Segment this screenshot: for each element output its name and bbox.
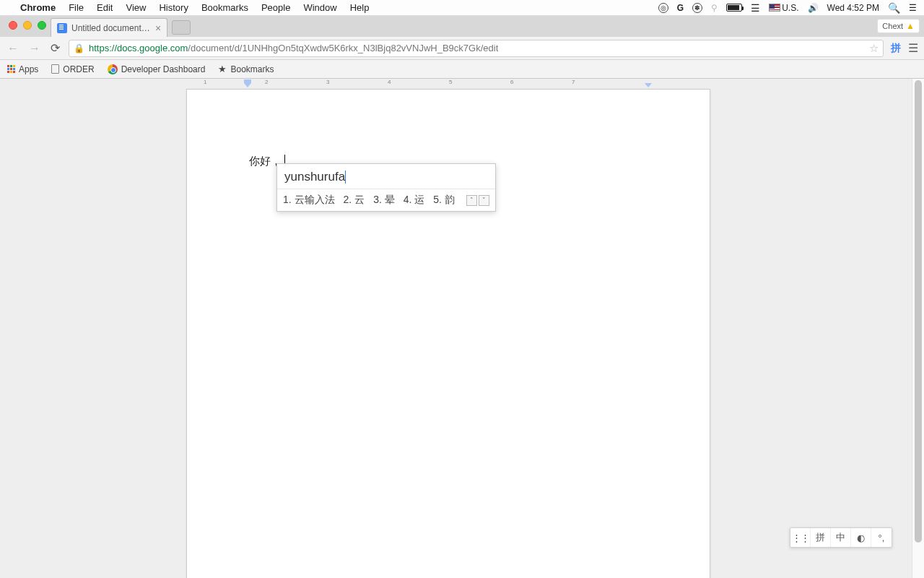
menu-bookmarks[interactable]: Bookmarks [201,2,248,13]
reload-button[interactable]: ⟳ [49,41,61,55]
menu-file[interactable]: File [69,2,84,13]
lock-icon: 🔒 [74,43,84,53]
tab-title: Untitled document - Googl [71,23,151,33]
bookmark-label: Developer Dashboard [121,64,206,74]
back-button[interactable]: ← [6,42,20,55]
ime-punct-icon[interactable]: °, [871,528,892,547]
ime-page-nav: ˄ ˅ [466,195,489,206]
extension-badge[interactable]: Chext ▲ [877,19,920,33]
bluetooth-icon[interactable]: ⚲ [711,3,718,13]
warning-icon: ▲ [906,21,915,31]
close-tab-button[interactable]: × [155,22,161,34]
wifi-icon[interactable]: ☰ [751,2,760,14]
address-bar[interactable]: 🔒 https://docs.google.com/document/d/1UN… [69,40,884,57]
mac-menubar: Chrome File Edit View History Bookmarks … [0,0,924,16]
ime-candidate-2[interactable]: 2. 云 [344,194,365,207]
horizontal-ruler[interactable]: 1 2 3 4 5 6 7 [0,79,912,89]
volume-icon[interactable]: 🔊 [808,3,819,13]
app-name[interactable]: Chrome [20,2,56,13]
input-source-label: U.S. [782,3,798,13]
ime-page-down-button[interactable]: ˅ [479,195,489,206]
docs-favicon-icon [57,23,67,33]
apps-shortcut[interactable]: Apps [7,64,38,74]
menu-view[interactable]: View [126,2,146,13]
bookmark-bookmarks[interactable]: ★ Bookmarks [218,64,274,74]
ruler-num: 5 [449,79,452,85]
bookmark-label: ORDER [63,64,94,74]
close-window-button[interactable] [9,21,17,30]
chrome-menu-button[interactable]: ☰ [908,41,918,55]
indent-marker-right[interactable] [645,83,652,87]
apps-label: Apps [19,64,38,74]
zoom-window-button[interactable] [38,21,46,30]
notifications-icon[interactable]: ☰ [909,3,917,13]
bookmark-star-icon[interactable]: ☆ [869,42,879,55]
status-circle-icon[interactable]: ◎ [658,3,668,13]
flag-icon [769,4,780,12]
bookmark-dev-dashboard[interactable]: Developer Dashboard [108,64,206,74]
bookmarks-bar: Apps ORDER Developer Dashboard ★ Bookmar… [0,60,924,79]
browser-tab[interactable]: Untitled document - Googl × [51,18,167,37]
ruler-num: 4 [388,79,391,85]
minimize-window-button[interactable] [23,21,32,30]
input-source[interactable]: U.S. [769,3,798,13]
ime-page-up-button[interactable]: ˄ [466,195,477,206]
accessibility-icon[interactable]: ✽ [692,3,702,13]
vertical-scrollbar[interactable] [912,79,924,578]
document-page[interactable]: 你好， [186,89,710,578]
bookmark-order[interactable]: ORDER [51,64,94,74]
file-icon [51,64,59,74]
battery-icon[interactable] [726,4,742,12]
menu-edit[interactable]: Edit [97,2,113,13]
ime-composition: yunshurufa [277,164,495,189]
ruler-num: 1 [204,79,206,85]
ime-candidate-list: 1. 云输入法 2. 云 3. 晕 4. 运 5. 韵 ˄ ˅ [277,189,495,211]
document-viewport: 1 2 3 4 5 6 7 你好， [0,79,912,578]
ime-cursor [345,171,346,184]
ruler-num: 3 [326,79,329,85]
ime-mode-chinese[interactable]: 中 [831,528,851,547]
ime-toolbar[interactable]: ⋮⋮ 拼 中 ◐ °, [790,527,892,548]
ime-popup: yunshurufa 1. 云输入法 2. 云 3. 晕 4. 运 5. 韵 ˄… [276,163,496,212]
ruler-num: 6 [510,79,513,85]
window-controls [6,16,51,37]
drag-handle-icon[interactable]: ⋮⋮ [790,528,811,547]
menu-history[interactable]: History [159,2,188,13]
menu-help[interactable]: Help [350,2,370,13]
new-tab-button[interactable] [172,20,191,35]
star-icon: ★ [218,64,227,74]
apps-icon [7,65,15,73]
tab-strip: Untitled document - Googl × Chext ▲ [0,16,924,37]
status-g-icon[interactable]: G [677,3,684,13]
spotlight-icon[interactable]: 🔍 [888,2,900,14]
bookmark-label: Bookmarks [230,64,274,74]
ime-mode-pinyin[interactable]: 拼 [811,528,831,547]
ruler-num: 7 [572,79,575,85]
forward-button[interactable]: → [27,42,42,55]
ime-candidate-1[interactable]: 1. 云输入法 [283,194,335,207]
toolbar: ← → ⟳ 🔒 https://docs.google.com/document… [0,37,924,60]
ime-candidate-4[interactable]: 4. 运 [404,194,425,207]
ime-candidate-3[interactable]: 3. 晕 [373,194,395,207]
ruler-num: 2 [265,79,268,85]
url-text: https://docs.google.com/document/d/1UNHh… [89,43,498,53]
ime-moon-icon[interactable]: ◐ [851,528,871,547]
menu-window[interactable]: Window [303,2,336,13]
indent-marker-left[interactable] [244,83,251,87]
ime-candidate-5[interactable]: 5. 韵 [433,194,455,207]
ext-badge-label: Chext [882,22,903,30]
clock[interactable]: Wed 4:52 PM [827,3,879,13]
menu-people[interactable]: People [261,2,290,13]
chrome-icon [108,64,118,74]
extension-pinyin-icon[interactable]: 拼 [891,42,901,55]
scrollbar-thumb[interactable] [915,80,922,543]
